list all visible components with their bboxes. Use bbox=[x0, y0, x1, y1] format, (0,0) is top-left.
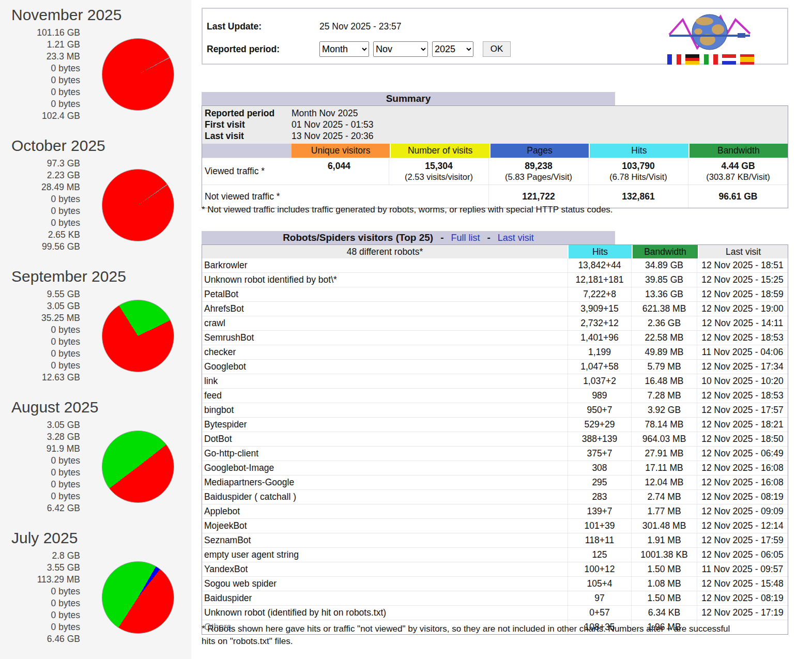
not-viewed-bandwidth: 96.61 GB bbox=[688, 185, 788, 208]
robot-last-visit: 12 Nov 2025 - 16:08 bbox=[697, 461, 788, 475]
summary-column-header: Number of visits bbox=[391, 144, 489, 158]
robot-last-visit: 12 Nov 2025 - 18:21 bbox=[697, 418, 788, 432]
robot-last-visit: 12 Nov 2025 - 14:11 bbox=[697, 316, 788, 330]
month-value: 0 bytes bbox=[0, 586, 80, 597]
month-row: 2.8 GB3.55 GB113.29 MB0 bytes0 bytes0 by… bbox=[0, 550, 191, 645]
robot-row: Applebot 139+7 1.77 MB 12 Nov 2025 - 09:… bbox=[202, 504, 788, 518]
robot-hits: 13,842+44 bbox=[568, 258, 631, 272]
robot-bandwidth: 1.77 MB bbox=[631, 504, 697, 518]
robot-bandwidth: 1.08 MB bbox=[631, 577, 697, 591]
robot-bandwidth: 1.50 MB bbox=[631, 562, 697, 576]
month-value: 0 bytes bbox=[0, 360, 80, 372]
robot-last-visit: 12 Nov 2025 - 06:05 bbox=[697, 548, 788, 562]
robot-bandwidth: 1.91 MB bbox=[631, 533, 697, 547]
robot-name: DotBot bbox=[202, 432, 568, 446]
summary-header-spacer bbox=[202, 144, 292, 158]
flag-germany-icon[interactable] bbox=[685, 54, 699, 65]
full-list-link[interactable]: Full list bbox=[451, 233, 480, 243]
viewed-unique-visitors: 6,044 bbox=[289, 158, 389, 185]
month-title: November 2025 bbox=[11, 6, 191, 24]
robot-last-visit: 12 Nov 2025 - 08:19 bbox=[697, 591, 788, 605]
robot-name: MojeekBot bbox=[202, 519, 568, 533]
summary-info: Reported period Month Nov 2025 First vis… bbox=[202, 106, 788, 144]
robot-name: Baiduspider bbox=[202, 591, 568, 605]
robot-hits: 308 bbox=[568, 461, 631, 475]
robot-name: Barkrowler bbox=[202, 258, 568, 272]
month-value: 6.46 GB bbox=[0, 633, 80, 645]
robot-bandwidth: 6.34 KB bbox=[631, 606, 697, 620]
robot-last-visit: 12 Nov 2025 - 08:19 bbox=[697, 490, 788, 504]
robot-last-visit: 12 Nov 2025 - 18:59 bbox=[697, 287, 788, 301]
robot-bandwidth: 621.38 MB bbox=[631, 302, 697, 316]
robot-bandwidth: 22.58 MB bbox=[631, 331, 697, 345]
robot-hits: 100+12 bbox=[568, 562, 631, 576]
month-value: 0 bytes bbox=[0, 597, 80, 609]
reported-period-label: Reported period: bbox=[207, 44, 319, 55]
robots-footnote: * Robots shown here gave hits or traffic… bbox=[202, 623, 791, 648]
robot-bandwidth: 3.92 GB bbox=[631, 403, 697, 417]
month-pie-chart bbox=[102, 561, 174, 634]
robot-bandwidth: 301.48 MB bbox=[631, 519, 697, 533]
viewed-number-of-visits: 15,304 (2.53 visits/visitor) bbox=[389, 158, 488, 185]
viewed-traffic-row: Viewed traffic * 6,044 15,304 (2.53 visi… bbox=[202, 158, 788, 185]
robot-hits: 101+39 bbox=[568, 519, 631, 533]
robot-hits: 1,401+96 bbox=[568, 331, 631, 345]
robot-hits: 1,047+58 bbox=[568, 360, 631, 374]
flag-netherlands-icon[interactable] bbox=[722, 54, 736, 65]
robot-row: Baiduspider 97 1.50 MB 12 Nov 2025 - 08:… bbox=[202, 591, 788, 605]
dash-separator: - bbox=[440, 232, 443, 243]
month-value: 0 bytes bbox=[0, 455, 80, 467]
last-update-value: 25 Nov 2025 - 23:57 bbox=[319, 21, 402, 32]
robot-last-visit: 12 Nov 2025 - 17:19 bbox=[697, 606, 788, 620]
robot-last-visit: 12 Nov 2025 - 17:34 bbox=[697, 360, 788, 374]
month-value: 2.65 KB bbox=[0, 229, 80, 241]
robot-last-visit: 12 Nov 2025 - 19:00 bbox=[697, 302, 788, 316]
robot-last-visit: 12 Nov 2025 - 15:48 bbox=[697, 577, 788, 591]
robot-last-visit: 10 Nov 2025 - 10:20 bbox=[697, 374, 788, 388]
summary-column-header: Hits bbox=[590, 144, 688, 158]
ok-button[interactable]: OK bbox=[483, 41, 511, 57]
robot-row: Mediapartners-Google 295 12.04 MB 12 Nov… bbox=[202, 475, 788, 489]
month-value: 0 bytes bbox=[0, 479, 80, 491]
robot-bandwidth: 2.74 MB bbox=[631, 490, 697, 504]
robot-bandwidth: 27.91 MB bbox=[631, 447, 697, 461]
flag-spain-icon[interactable] bbox=[740, 54, 754, 65]
robot-name: empty user agent string bbox=[202, 548, 568, 562]
period-month-select[interactable]: Nov bbox=[373, 41, 428, 57]
robot-name: Applebot bbox=[202, 504, 568, 518]
month-value: 0 bytes bbox=[0, 205, 80, 217]
robot-name: Sogou web spider bbox=[202, 577, 568, 591]
robot-name: crawl bbox=[202, 316, 568, 330]
flag-italy-icon[interactable] bbox=[704, 54, 718, 65]
month-value: 28.49 MB bbox=[0, 181, 80, 193]
robot-row: DotBot 388+139 964.03 MB 12 Nov 2025 - 1… bbox=[202, 432, 788, 446]
month-row: 101.16 GB1.21 GB23.3 MB0 bytes0 bytes0 b… bbox=[0, 27, 191, 122]
robot-hits: 97 bbox=[568, 591, 631, 605]
robot-hits: 529+29 bbox=[568, 418, 631, 432]
robot-bandwidth: 49.89 MB bbox=[631, 345, 697, 359]
month-title: July 2025 bbox=[11, 529, 191, 547]
robot-bandwidth: 39.85 GB bbox=[631, 273, 697, 287]
robots-bandwidth-header: Bandwidth bbox=[633, 245, 698, 258]
robot-last-visit: 11 Nov 2025 - 04:06 bbox=[697, 345, 788, 359]
period-type-select[interactable]: Month bbox=[319, 41, 369, 57]
robot-hits: 105+4 bbox=[568, 577, 631, 591]
robot-hits: 1,037+2 bbox=[568, 374, 631, 388]
robot-name: Bytespider bbox=[202, 418, 568, 432]
month-pie-chart bbox=[102, 169, 174, 241]
robot-hits: 950+7 bbox=[568, 403, 631, 417]
robots-hits-header: Hits bbox=[569, 245, 632, 258]
flag-france-icon[interactable] bbox=[667, 54, 681, 65]
period-year-select[interactable]: 2025 bbox=[432, 41, 473, 57]
month-value: 6.42 GB bbox=[0, 502, 80, 514]
month-row: 3.05 GB3.28 GB91.9 MB0 bytes0 bytes0 byt… bbox=[0, 419, 191, 514]
month-title: October 2025 bbox=[11, 137, 191, 155]
robot-hits: 0+57 bbox=[568, 606, 631, 620]
last-visit-link[interactable]: Last visit bbox=[498, 233, 534, 243]
month-value: 102.4 GB bbox=[0, 110, 80, 122]
summary-column-header: Unique visitors bbox=[292, 144, 390, 158]
robot-row: Unknown robot identified by bot\* 12,181… bbox=[202, 272, 788, 287]
robot-hits: 12,181+181 bbox=[568, 273, 631, 287]
robot-bandwidth: 16.48 MB bbox=[631, 374, 697, 388]
viewed-pages: 89,238 (5.83 Pages/Visit) bbox=[488, 158, 588, 185]
